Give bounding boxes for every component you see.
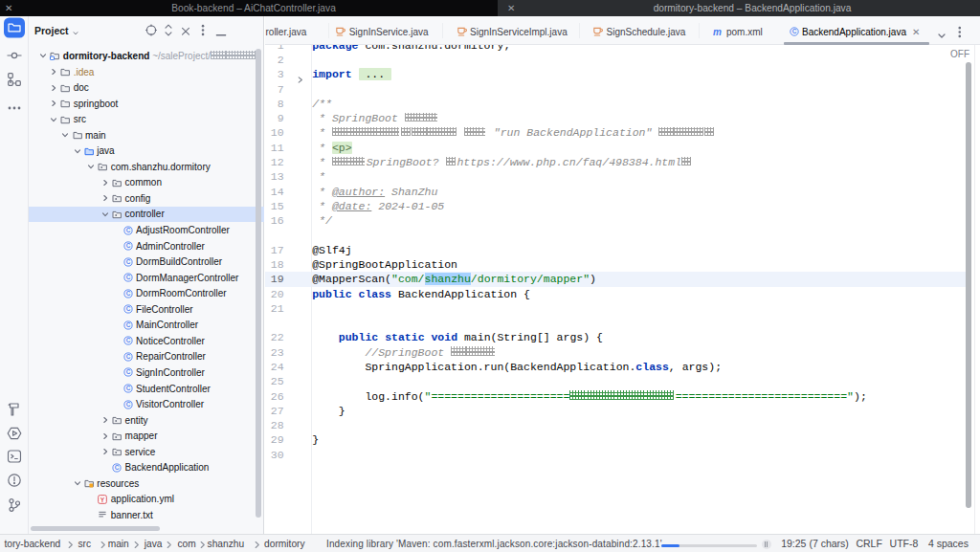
svg-text:C: C — [125, 401, 130, 408]
svg-text:C: C — [125, 385, 130, 391]
svg-text:C: C — [791, 28, 796, 34]
svg-text:Y: Y — [100, 496, 105, 502]
svg-text:C: C — [125, 274, 130, 280]
svg-text:m: m — [713, 27, 722, 36]
svg-text:C: C — [125, 369, 130, 376]
svg-text:C: C — [125, 338, 130, 344]
svg-text:C: C — [125, 258, 130, 265]
svg-text:C: C — [125, 306, 130, 313]
svg-text:C: C — [125, 321, 130, 328]
svg-text:C: C — [125, 227, 130, 233]
svg-text:C: C — [125, 290, 130, 297]
svg-text:C: C — [125, 242, 130, 249]
svg-text:C: C — [115, 464, 120, 471]
svg-text:C: C — [125, 353, 130, 360]
